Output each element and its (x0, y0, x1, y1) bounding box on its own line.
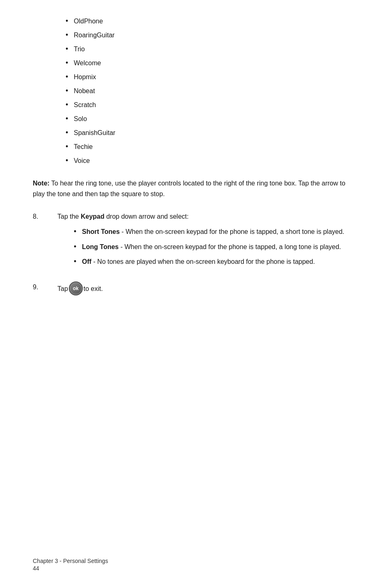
sub-list-item-short-tones: Short Tones - When the on-screen keypad … (74, 227, 358, 237)
note-text: To hear the ring tone, use the player co… (33, 180, 346, 197)
ok-button-icon: ok (69, 281, 83, 295)
list-item: RoaringGuitar (66, 30, 358, 40)
list-item: Scratch (66, 100, 358, 110)
step-8-bold-word: Keypad (81, 213, 105, 220)
page-number: 44 (33, 565, 108, 572)
list-item: OldPhone (66, 16, 358, 26)
step-9-text-before: Tap (57, 284, 68, 294)
step-8-content: Tap the Keypad drop down arrow and selec… (57, 211, 358, 272)
list-item: Solo (66, 114, 358, 124)
list-item: SpanishGuitar (66, 128, 358, 138)
step-8-sub-list: Short Tones - When the on-screen keypad … (74, 227, 358, 267)
list-item: Voice (66, 156, 358, 166)
note-block: Note: To hear the ring tone, use the pla… (33, 178, 358, 199)
step-8-text-before: Tap the (57, 213, 81, 220)
ringtone-list: OldPhone RoaringGuitar Trio Welcome Hopm… (66, 16, 358, 166)
long-tones-text: - When the on-screen keypad for the phon… (118, 243, 341, 250)
step-9-text-after: to exit. (84, 284, 103, 294)
sub-list-item-long-tones: Long Tones - When the on-screen keypad f… (74, 242, 358, 252)
list-item: Trio (66, 44, 358, 54)
long-tones-label: Long Tones (82, 243, 118, 250)
list-item: Nobeat (66, 86, 358, 96)
list-item: Techie (66, 142, 358, 152)
off-label: Off (82, 258, 91, 265)
step-9-number: 9. (33, 282, 57, 293)
list-item: Welcome (66, 58, 358, 68)
footer: Chapter 3 - Personal Settings 44 (33, 558, 108, 572)
step-8-item: 8. Tap the Keypad drop down arrow and se… (33, 211, 358, 272)
list-item: Hopmix (66, 72, 358, 82)
step-8-section: 8. Tap the Keypad drop down arrow and se… (33, 211, 358, 272)
sub-list-item-off: Off - No tones are played when the on-sc… (74, 257, 358, 267)
chapter-label: Chapter 3 - Personal Settings (33, 558, 108, 564)
note-label: Note: (33, 180, 50, 187)
off-text: - No tones are played when the on-screen… (91, 258, 315, 265)
step-8-number: 8. (33, 211, 57, 222)
step-9-item: 9. Tap ok to exit. (33, 282, 358, 296)
short-tones-text: - When the on-screen keypad for the phon… (120, 228, 344, 235)
step-9-content: Tap ok to exit. (57, 282, 358, 296)
step-8-text-after: drop down arrow and select: (105, 213, 189, 220)
short-tones-label: Short Tones (82, 228, 120, 235)
